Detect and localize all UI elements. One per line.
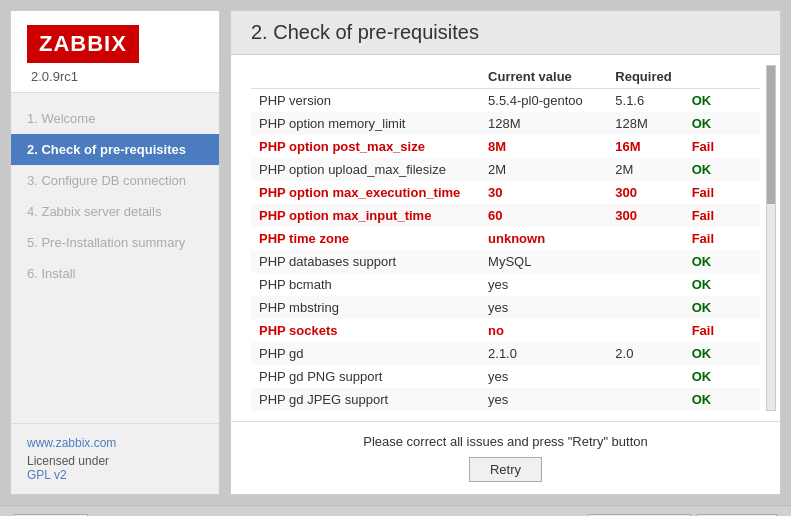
- logo-box: ZABBIX: [27, 25, 139, 63]
- table-row: PHP sockets no Fail: [251, 319, 760, 342]
- row-current: yes: [480, 365, 607, 388]
- nav-item-3[interactable]: 3. Configure DB connection: [11, 165, 219, 196]
- row-current: 60: [480, 204, 607, 227]
- row-status: OK: [684, 273, 760, 296]
- row-current: 2M: [480, 158, 607, 181]
- row-name: PHP gd PNG support: [251, 365, 480, 388]
- row-status: OK: [684, 365, 760, 388]
- row-name: PHP time zone: [251, 227, 480, 250]
- row-required: 2M: [607, 158, 683, 181]
- row-status: OK: [684, 388, 760, 411]
- row-status: Fail: [684, 319, 760, 342]
- zabbix-link[interactable]: www.zabbix.com: [27, 436, 203, 450]
- nav-item-2: 2. Check of pre-requisites: [11, 134, 219, 165]
- col-header-status: [684, 65, 760, 89]
- row-required: [607, 365, 683, 388]
- row-required: [607, 250, 683, 273]
- table-row: PHP databases support MySQL OK: [251, 250, 760, 273]
- table-row: PHP bcmath yes OK: [251, 273, 760, 296]
- row-current: MySQL: [480, 250, 607, 273]
- row-status: OK: [684, 158, 760, 181]
- logo-text: ZABBIX: [39, 31, 127, 56]
- table-row: PHP time zone unknown Fail: [251, 227, 760, 250]
- row-current: no: [480, 319, 607, 342]
- row-status: OK: [684, 250, 760, 273]
- row-required: [607, 227, 683, 250]
- retry-message: Please correct all issues and press "Ret…: [251, 434, 760, 449]
- row-name: PHP databases support: [251, 250, 480, 273]
- row-status: OK: [684, 112, 760, 135]
- row-current: 8M: [480, 135, 607, 158]
- table-row: PHP gd JPEG support yes OK: [251, 388, 760, 411]
- row-status: Fail: [684, 227, 760, 250]
- nav-item-5[interactable]: 5. Pre-Installation summary: [11, 227, 219, 258]
- row-name: PHP option post_max_size: [251, 135, 480, 158]
- table-row: PHP mbstring yes OK: [251, 296, 760, 319]
- row-current: unknown: [480, 227, 607, 250]
- main-content: 2. Check of pre-requisites Current value…: [230, 10, 781, 495]
- main-footer: Please correct all issues and press "Ret…: [231, 421, 780, 494]
- license-text: Licensed under GPL v2: [27, 454, 203, 482]
- table-row: PHP option upload_max_filesize 2M 2M OK: [251, 158, 760, 181]
- nav-item-1[interactable]: 1. Welcome: [11, 103, 219, 134]
- row-status: OK: [684, 89, 760, 113]
- col-header-name: [251, 65, 480, 89]
- version-text: 2.0.9rc1: [27, 69, 203, 84]
- row-current: yes: [480, 296, 607, 319]
- main-body: Current value Required PHP version 5.5.4…: [231, 55, 780, 421]
- table-row: PHP gd 2.1.0 2.0 OK: [251, 342, 760, 365]
- sidebar: ZABBIX 2.0.9rc1 1. Welcome2. Check of pr…: [10, 10, 220, 495]
- col-header-required: Required: [607, 65, 683, 89]
- row-name: PHP option max_input_time: [251, 204, 480, 227]
- row-required: [607, 319, 683, 342]
- row-required: 300: [607, 181, 683, 204]
- row-current: 128M: [480, 112, 607, 135]
- row-current: 2.1.0: [480, 342, 607, 365]
- row-status: Fail: [684, 135, 760, 158]
- sidebar-footer: www.zabbix.com Licensed under GPL v2: [11, 423, 219, 494]
- row-name: PHP mbstring: [251, 296, 480, 319]
- row-status: OK: [684, 296, 760, 319]
- table-row: PHP option max_execution_time 30 300 Fai…: [251, 181, 760, 204]
- table-row: PHP option max_input_time 60 300 Fail: [251, 204, 760, 227]
- table-row: PHP version 5.5.4-pl0-gentoo 5.1.6 OK: [251, 89, 760, 113]
- row-name: PHP option max_execution_time: [251, 181, 480, 204]
- row-current: 5.5.4-pl0-gentoo: [480, 89, 607, 113]
- row-required: 5.1.6: [607, 89, 683, 113]
- row-status: Fail: [684, 204, 760, 227]
- row-required: 300: [607, 204, 683, 227]
- row-name: PHP version: [251, 89, 480, 113]
- row-required: [607, 273, 683, 296]
- table-row: PHP gd PNG support yes OK: [251, 365, 760, 388]
- row-current: yes: [480, 273, 607, 296]
- row-status: Fail: [684, 181, 760, 204]
- main-header: 2. Check of pre-requisites: [231, 11, 780, 55]
- nav-item-4[interactable]: 4. Zabbix server details: [11, 196, 219, 227]
- prereq-table: Current value Required PHP version 5.5.4…: [251, 65, 760, 411]
- col-header-current: Current value: [480, 65, 607, 89]
- row-required: [607, 388, 683, 411]
- bottom-bar: Cancel << Previous Next >>: [0, 505, 791, 516]
- row-current: yes: [480, 388, 607, 411]
- retry-button[interactable]: Retry: [469, 457, 542, 482]
- row-current: 30: [480, 181, 607, 204]
- row-required: 128M: [607, 112, 683, 135]
- table-row: PHP option post_max_size 8M 16M Fail: [251, 135, 760, 158]
- row-name: PHP sockets: [251, 319, 480, 342]
- row-name: PHP gd JPEG support: [251, 388, 480, 411]
- row-name: PHP bcmath: [251, 273, 480, 296]
- row-required: 2.0: [607, 342, 683, 365]
- scroll-thumb: [767, 66, 775, 204]
- nav-item-6[interactable]: 6. Install: [11, 258, 219, 289]
- table-row: PHP option memory_limit 128M 128M OK: [251, 112, 760, 135]
- row-status: OK: [684, 342, 760, 365]
- row-name: PHP gd: [251, 342, 480, 365]
- row-name: PHP option memory_limit: [251, 112, 480, 135]
- scrollbar[interactable]: [766, 65, 776, 411]
- logo-area: ZABBIX 2.0.9rc1: [11, 11, 219, 93]
- row-required: [607, 296, 683, 319]
- page-title: 2. Check of pre-requisites: [251, 21, 760, 44]
- gpl-link[interactable]: GPL v2: [27, 468, 203, 482]
- nav-list: 1. Welcome2. Check of pre-requisites3. C…: [11, 93, 219, 423]
- row-name: PHP option upload_max_filesize: [251, 158, 480, 181]
